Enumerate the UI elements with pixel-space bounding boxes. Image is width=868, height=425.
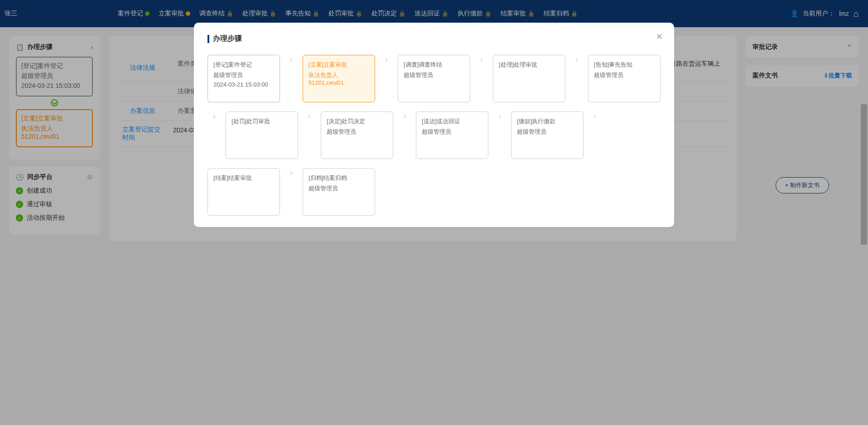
chevron-right-icon: ›: [285, 55, 298, 102]
flow-node-title: [登记]案件登记: [213, 61, 274, 69]
chevron-right-icon: ›: [285, 168, 298, 216]
chevron-right-icon: ›: [207, 111, 221, 159]
flow-node[interactable]: [结案]结案审批: [207, 168, 280, 216]
flow-item: [决定]处罚决定超级管理员: [321, 111, 393, 159]
flow-node[interactable]: [决定]处罚决定超级管理员: [321, 111, 393, 159]
flow-node-person: 超级管理员: [422, 128, 482, 136]
flow-item: [处罚]处罚审批: [226, 111, 298, 159]
flow-node-person: 超级管理员: [517, 128, 578, 136]
flow-node-title: [缴款]执行缴款: [517, 117, 578, 126]
flow-node[interactable]: [调查]调查终结超级管理员: [398, 55, 470, 102]
flow-node[interactable]: [登记]案件登记超级管理员2024-03-21 15:03:00: [207, 55, 280, 102]
flow-node[interactable]: [告知]事先告知超级管理员: [588, 55, 661, 102]
flow-item: [登记]案件登记超级管理员2024-03-21 15:03:00: [207, 55, 280, 102]
flow-node[interactable]: [送达]送达回证超级管理员: [416, 111, 488, 159]
flow-node[interactable]: [处罚]处罚审批: [226, 111, 298, 159]
flow-node-title: [调查]调查终结: [404, 61, 464, 69]
chevron-right-icon: ›: [475, 55, 488, 102]
chevron-right-icon: ›: [588, 111, 602, 159]
flow-node-date: 2024-03-21 15:03:00: [213, 81, 274, 88]
flow-node-title: [处罚]处罚审批: [231, 117, 292, 126]
flow-item: [告知]事先告知超级管理员: [588, 55, 661, 102]
flow-node-person: 执法负责人51201,ceui01: [309, 72, 369, 87]
chevron-right-icon: ›: [303, 111, 316, 159]
flow-node-title: [归档]结案归档: [309, 174, 369, 182]
flow-item: [结案]结案审批: [207, 168, 280, 216]
flow-node-title: [告知]事先告知: [594, 61, 655, 69]
chevron-right-icon: ›: [570, 55, 583, 102]
flow-item: [缴款]执行缴款超级管理员: [511, 111, 583, 159]
flow-item: [归档]结案归档超级管理员: [303, 168, 375, 216]
flow-node[interactable]: [缴款]执行缴款超级管理员: [511, 111, 583, 159]
chevron-right-icon: ›: [493, 111, 506, 159]
flow-node[interactable]: [处理]处理审批: [493, 55, 565, 102]
flow-item: [调查]调查终结超级管理员: [398, 55, 470, 102]
flow-node-person: 超级管理员: [404, 72, 464, 79]
flow-item: [立案]立案审批执法负责人51201,ceui01: [303, 55, 375, 102]
flow-node-title: [结案]结案审批: [213, 174, 274, 182]
flow-item: [送达]送达回证超级管理员: [416, 111, 488, 159]
chevron-right-icon: ›: [380, 55, 393, 102]
flow-node[interactable]: [归档]结案归档超级管理员: [303, 168, 375, 216]
flow-node[interactable]: [立案]立案审批执法负责人51201,ceui01: [303, 55, 375, 102]
flow-item: [处理]处理审批: [493, 55, 565, 102]
chevron-right-icon: ›: [398, 111, 411, 159]
workflow-grid: [登记]案件登记超级管理员2024-03-21 15:03:00›[立案]立案审…: [207, 55, 661, 216]
flow-node-title: [处理]处理审批: [499, 61, 559, 69]
modal-title: 办理步骤: [213, 34, 242, 43]
flow-node-person: 超级管理员: [309, 185, 369, 193]
flow-node-title: [送达]送达回证: [422, 117, 482, 126]
flow-node-title: [决定]处罚决定: [327, 117, 387, 126]
close-icon[interactable]: ✕: [656, 32, 663, 42]
modal-overlay: 办理步骤 ✕ [登记]案件登记超级管理员2024-03-21 15:03:00›…: [0, 0, 868, 250]
flow-node-person: 超级管理员: [327, 128, 387, 136]
flow-node-person: 超级管理员: [594, 72, 655, 79]
flow-node-title: [立案]立案审批: [309, 61, 369, 69]
steps-modal: 办理步骤 ✕ [登记]案件登记超级管理员2024-03-21 15:03:00›…: [194, 23, 674, 227]
flow-node-person: 超级管理员: [213, 72, 274, 79]
